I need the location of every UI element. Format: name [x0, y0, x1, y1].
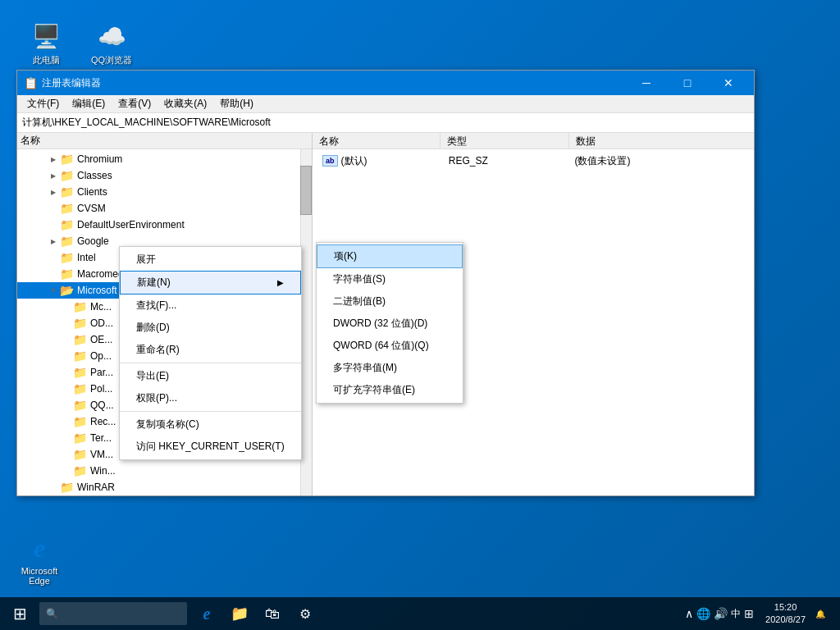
- submenu-string[interactable]: 字符串值(S): [317, 268, 463, 290]
- value-type-cell: REG_SZ: [442, 153, 568, 168]
- tree-label-google: Google: [77, 235, 109, 247]
- close-button[interactable]: ✕: [710, 71, 747, 95]
- edge-icon: e: [23, 532, 56, 564]
- tree-item-cvsm[interactable]: 📁 CVSM: [17, 200, 312, 217]
- tray-ime[interactable]: 中: [731, 607, 741, 621]
- tree-label-par: Par...: [90, 367, 113, 378]
- folder-icon-rec: 📁: [73, 415, 87, 428]
- menu-file[interactable]: 文件(F): [21, 95, 66, 112]
- folder-icon-win: 📁: [73, 464, 87, 477]
- taskbar-regedit[interactable]: ⚙: [289, 597, 322, 630]
- ctx-access-user[interactable]: 访问 HKEY_CURRENT_USER(T): [120, 436, 301, 458]
- scrollbar-thumb[interactable]: [300, 166, 312, 215]
- folder-icon-od: 📁: [73, 317, 87, 330]
- ctx-rename[interactable]: 重命名(R): [120, 339, 301, 361]
- col-header-data: 数据: [569, 133, 754, 148]
- folder-icon-cvsm: 📁: [60, 202, 74, 215]
- menu-view[interactable]: 查看(V): [112, 95, 158, 112]
- taskbar-explorer[interactable]: 📁: [223, 597, 256, 630]
- submenu-binary[interactable]: 二进制值(B): [317, 290, 463, 313]
- tree-label-winrar: WinRAR: [77, 482, 115, 493]
- taskbar-edge[interactable]: e: [190, 597, 223, 630]
- this-pc-label: 此电脑: [33, 54, 60, 66]
- tree-label-ter: Ter...: [90, 432, 112, 444]
- values-content: ab (默认) REG_SZ (数值未设置): [313, 149, 754, 172]
- tree-item-clients[interactable]: ▶ 📁 Clients: [17, 184, 312, 200]
- ctx-delete[interactable]: 删除(D): [120, 317, 301, 339]
- expander-classes: ▶: [47, 172, 60, 180]
- tray-network[interactable]: 🌐: [696, 607, 710, 620]
- tree-item-classes[interactable]: ▶ 📁 Classes: [17, 167, 312, 184]
- expander-google: ▶: [47, 238, 60, 245]
- taskbar-store[interactable]: 🛍: [256, 597, 289, 630]
- tree-label-op: Op...: [90, 350, 112, 362]
- ctx-find[interactable]: 查找(F)...: [120, 294, 301, 317]
- tray-icons: ∧ 🌐 🔊 中 ⊞: [685, 607, 754, 621]
- folder-icon-classes: 📁: [60, 169, 74, 182]
- tray-notify[interactable]: 🔔: [810, 597, 830, 630]
- submenu-expandstring[interactable]: 可扩充字符串值(E): [317, 379, 463, 401]
- ctx-export[interactable]: 导出(E): [120, 365, 301, 387]
- folder-icon-ter: 📁: [73, 431, 87, 445]
- start-button[interactable]: ⊞: [3, 597, 36, 630]
- ctx-new-label: 新建(N): [137, 276, 171, 290]
- expander-clients: ▶: [47, 189, 60, 196]
- folder-icon-par: 📁: [73, 366, 87, 379]
- submenu-key[interactable]: 项(K): [317, 244, 463, 268]
- window-title: 注册表编辑器: [42, 76, 628, 90]
- ctx-new-arrow: ▶: [277, 278, 284, 287]
- ctx-new[interactable]: 新建(N) ▶: [120, 271, 301, 294]
- tree-label-oe: OE...: [90, 334, 112, 345]
- folder-icon-vm: 📁: [73, 448, 87, 461]
- folder-icon-winrar: 📁: [60, 481, 74, 494]
- ab-icon: ab: [322, 155, 338, 167]
- tree-item-chromium[interactable]: ▶ 📁 Chromium: [17, 151, 312, 167]
- search-icon: 🔍: [46, 608, 58, 619]
- col-header-type: 类型: [441, 133, 568, 148]
- value-name: (默认): [341, 154, 368, 168]
- tree-label-od: OD...: [90, 317, 113, 329]
- tree-scrollbar[interactable]: [300, 149, 312, 495]
- menu-favorites[interactable]: 收藏夹(A): [158, 95, 213, 112]
- submenu-qword[interactable]: QWORD (64 位值)(Q): [317, 335, 463, 357]
- tree-label-intel: Intel: [77, 252, 96, 263]
- folder-icon-defaultuser: 📁: [60, 218, 74, 231]
- taskbar-search[interactable]: 🔍: [39, 602, 187, 625]
- taskbar: ⊞ 🔍 e 📁 🛍 ⚙ ∧ 🌐 🔊 中 ⊞ 15:20 2020/8/27 🔔: [0, 597, 840, 630]
- ctx-permissions[interactable]: 权限(P)...: [120, 387, 301, 409]
- this-pc-icon: 🖥️: [30, 20, 62, 52]
- tree-label-vm: VM...: [90, 449, 113, 460]
- tray-time[interactable]: 15:20 2020/8/27: [760, 601, 810, 627]
- tree-label-cvsm: CVSM: [77, 203, 106, 214]
- tray-keyboard[interactable]: ⊞: [744, 607, 754, 620]
- tree-item-defaultuser[interactable]: 📁 DefaultUserEnvironment: [17, 217, 312, 233]
- ctx-separator-2: [120, 411, 301, 412]
- folder-icon-intel: 📁: [60, 251, 74, 264]
- minimize-button[interactable]: ─: [628, 71, 665, 95]
- maximize-button[interactable]: □: [669, 71, 706, 95]
- tree-item-win[interactable]: 📁 Win...: [17, 463, 312, 479]
- tree-label-classes: Classes: [77, 170, 112, 181]
- ctx-copy-key[interactable]: 复制项名称(C): [120, 413, 301, 436]
- value-row-default[interactable]: ab (默认) REG_SZ (数值未设置): [316, 153, 751, 169]
- tray-chevron[interactable]: ∧: [685, 607, 693, 620]
- tree-item-winrar[interactable]: 📁 WinRAR: [17, 479, 312, 495]
- tray-volume[interactable]: 🔊: [714, 607, 728, 620]
- desktop-icon-qq-browser[interactable]: ☁️ QQ浏览器: [82, 16, 141, 70]
- folder-icon-macromedia: 📁: [60, 267, 74, 281]
- folder-icon-pol: 📁: [73, 382, 87, 395]
- folder-icon-op: 📁: [73, 349, 87, 363]
- desktop-icon-edge[interactable]: e MicrosoftEdge: [10, 528, 69, 589]
- menu-help[interactable]: 帮助(H): [213, 95, 260, 112]
- tree-label-rec: Rec...: [90, 416, 116, 427]
- menu-edit[interactable]: 编辑(E): [66, 95, 112, 112]
- submenu-multistring[interactable]: 多字符串值(M): [317, 357, 463, 379]
- qq-browser-icon: ☁️: [95, 20, 128, 52]
- submenu-dword[interactable]: DWORD (32 位值)(D): [317, 313, 463, 335]
- tree-header: 名称: [17, 133, 312, 149]
- desktop-icon-this-pc[interactable]: 🖥️ 此电脑: [16, 16, 75, 70]
- tree-label-microsoft: Microsoft: [77, 285, 117, 296]
- desktop: 🖥️ 此电脑 ☁️ QQ浏览器 e MicrosoftEdge 📋 注册表编辑器…: [0, 0, 840, 630]
- ctx-expand[interactable]: 展开: [120, 249, 301, 271]
- address-text: 计算机\HKEY_LOCAL_MACHINE\SOFTWARE\Microsof…: [22, 116, 271, 130]
